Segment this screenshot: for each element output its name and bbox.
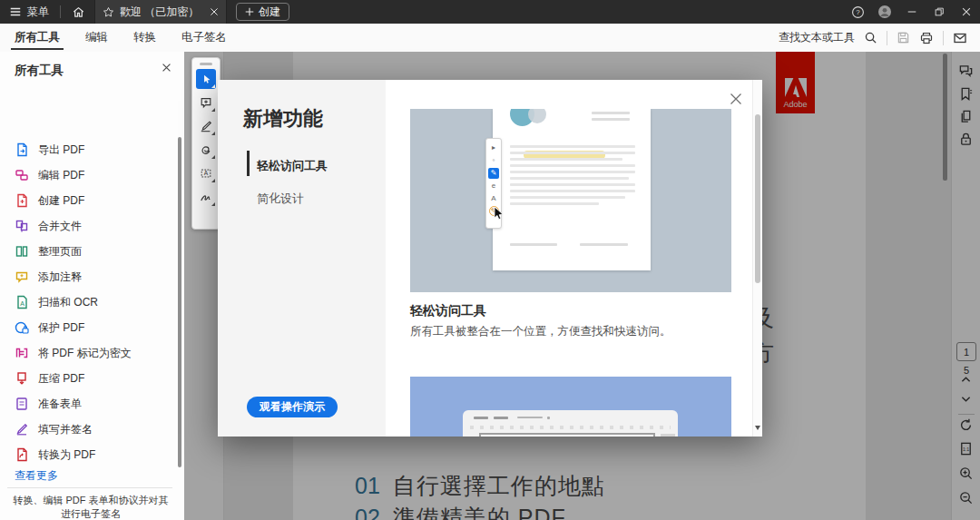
search-label[interactable]: 查找文本或工具 [779,30,855,45]
nav-item-simplified-design[interactable]: 简化设计 [257,191,304,207]
fill-sign-icon [15,422,29,437]
panel-close-icon[interactable] [162,63,172,73]
tab-close-icon[interactable] [210,7,219,16]
dialog-scrollbar-thumb[interactable] [755,114,760,283]
dialog-close-icon[interactable] [730,93,742,105]
sidebar-footer-divider [7,487,172,488]
feature-heading: 轻松访问工具 [410,303,486,319]
ribbon-divider [887,31,887,45]
menu-label: 菜单 [27,5,49,20]
sidebar-footer-text: 转换、编辑 PDF 表单和协议并对其进行电子签名 [11,494,171,520]
add-comment-tool-button[interactable] [196,93,216,113]
tab-esign[interactable]: 电子签名 [178,25,230,52]
sidebar-item-label: 添加注释 [38,270,82,285]
sidebar-item-edit-pdf[interactable]: 编辑 PDF [0,162,189,188]
sidebar-item-fill-sign[interactable]: 填写并签名 [0,417,189,442]
combine-files-icon [15,219,29,233]
mini-select-icon: ▸ [488,142,499,153]
sign-tool-button[interactable] [196,187,216,207]
sidebar-item-label: 导出 PDF [38,142,84,158]
home-button[interactable] [63,0,94,24]
account-avatar[interactable] [871,0,898,24]
sidebar-item-convert-pdf[interactable]: 转换为 PDF [0,442,189,467]
tab-edit[interactable]: 编辑 [82,25,112,52]
restore-button[interactable] [926,0,953,24]
tab-convert[interactable]: 转换 [130,25,160,52]
sidebar-item-label: 转换为 PDF [38,447,95,463]
sidebar-item-protect-pdf[interactable]: 保护 PDF [0,315,189,340]
watch-demo-button[interactable]: 观看操作演示 [247,397,338,417]
nav-item-easy-access-tools[interactable]: 轻松访问工具 [257,158,328,174]
close-window-button[interactable] [953,0,980,24]
sidebar-item-prepare-form[interactable]: 准备表单 [0,391,189,417]
sidebar-item-label: 创建 PDF [38,193,84,209]
tab-all-tools[interactable]: 所有工具 [11,25,64,52]
plus-icon [245,7,254,16]
sidebar-item-compress-pdf[interactable]: 压缩 PDF [0,366,189,391]
sidebar-item-combine-files[interactable]: 合并文件 [0,213,189,239]
protect-pdf-icon [15,320,29,335]
highlight-pen-tool-button[interactable] [196,116,216,136]
mail-icon[interactable] [953,31,967,45]
tab-title: 歡迎 （已加密） [120,5,204,20]
sidebar-item-create-pdf[interactable]: 创建 PDF [0,188,189,213]
help-button[interactable]: ? [844,0,871,24]
search-icon[interactable] [864,31,877,44]
sidebar-scrollbar[interactable] [178,137,181,467]
create-label: 创建 [259,5,280,20]
cursor-pointer-illustration [494,207,505,221]
organize-pages-icon [15,244,29,259]
mini-comment-icon: ◦ [488,155,499,166]
dialog-title: 新增功能 [243,105,323,132]
mock-toolbar-dots [470,426,671,429]
ribbon-right: 查找文本或工具 [779,30,980,45]
home-icon [72,5,85,19]
text-select-tool-button[interactable]: A [196,163,216,183]
illustration-page [493,109,651,270]
sidebar-item-label: 准备表单 [38,397,82,412]
titlebar-right: ? [844,0,980,24]
mock-app-window [463,410,678,437]
simplified-design-illustration [410,377,731,437]
minimize-button[interactable] [898,0,926,24]
quick-tools-toolbar: A [191,57,220,230]
hamburger-icon [9,5,22,18]
feature-description: 所有工具被整合在一个位置，方便查找和快速访问。 [410,324,671,339]
add-comments-icon [15,270,29,284]
draw-lasso-tool-button[interactable] [196,140,216,160]
scroll-down-arrow-icon[interactable] [755,426,760,430]
sidebar-item-organize-pages[interactable]: 整理页面 [0,239,189,264]
sidebar-item-add-comments[interactable]: 添加注释 [0,264,189,289]
see-more-link[interactable]: 查看更多 [15,468,58,484]
titlebar-divider [60,5,61,18]
ribbon-divider [943,31,944,45]
ribbon-bar: 所有工具 编辑 转换 电子签名 查找文本或工具 [0,24,980,53]
menu-button[interactable]: 菜单 [0,0,58,24]
easy-access-illustration: ▸ ◦ ✎ e A ✎ [410,109,731,292]
sidebar-item-label: 合并文件 [38,219,82,234]
mini-text-icon: A [488,193,499,204]
select-tool-button[interactable] [196,69,216,89]
sidebar-item-label: 扫描和 OCR [38,295,98,310]
mock-content-bar [479,433,655,437]
sidebar-item-label: 整理页面 [38,244,82,260]
toolbar-drag-handle[interactable] [200,63,212,65]
edit-pdf-icon [15,168,29,182]
sidebar-item-label: 将 PDF 标记为密文 [38,346,132,361]
export-pdf-icon [15,142,29,157]
dialog-scrollbar[interactable] [752,80,762,437]
create-button[interactable]: 创建 [236,3,289,21]
scan-ocr-icon: A [15,295,29,309]
sidebar-item-label: 压缩 PDF [38,371,84,387]
sidebar-item-label: 保护 PDF [38,320,84,336]
sidebar-item-export-pdf[interactable]: 导出 PDF [0,137,189,162]
sidebar-item-scan-ocr[interactable]: A 扫描和 OCR [0,289,189,315]
prepare-form-icon [15,397,29,411]
print-icon[interactable] [919,31,934,45]
save-icon[interactable] [897,31,910,44]
whats-new-dialog: 新增功能 轻松访问工具 简化设计 观看操作演示 [218,80,762,437]
sidebar-item-redact-pdf[interactable]: 将 PDF 标记为密文 [0,340,189,366]
document-tab[interactable]: 歡迎 （已加密） [94,0,227,24]
decor-circle-gray [528,109,546,123]
create-pdf-icon [15,193,29,208]
